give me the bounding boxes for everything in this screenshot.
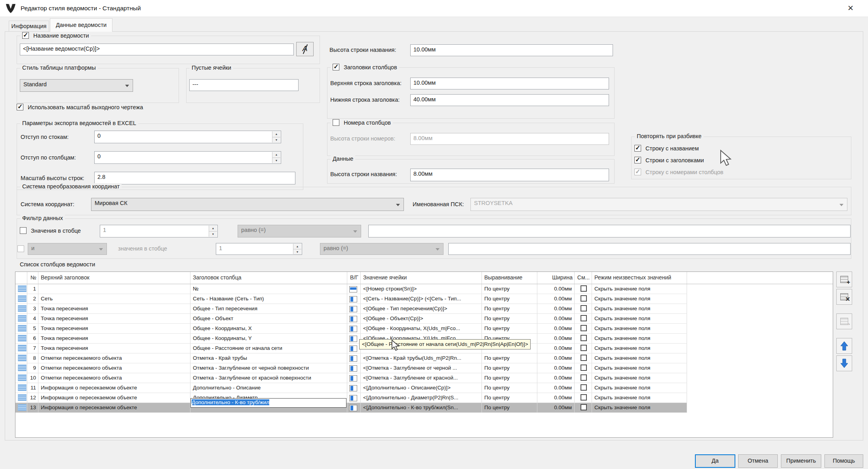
report-name-input[interactable]: <[Название ведомости(Ср)]>: [20, 44, 294, 55]
ok-button[interactable]: Да: [695, 454, 735, 468]
row-cell-orientation[interactable]: [347, 314, 361, 323]
column-header[interactable]: Ширина: [537, 272, 575, 284]
row-cell-upper-header[interactable]: Информация о пересекаемом объекте: [38, 383, 190, 393]
row-cell-upper-header[interactable]: Отметки пересекаемого объекта: [38, 353, 190, 363]
row-cell-unknown-mode[interactable]: Скрыть значение поля: [592, 304, 687, 313]
add-column-button[interactable]: +: [836, 272, 852, 287]
row-cell-value[interactable]: <[Отметка - Заглубление от черной ...: [361, 363, 482, 373]
filter-value-input[interactable]: [368, 225, 851, 237]
row-drag-handle-icon[interactable]: [18, 355, 27, 361]
table-row[interactable]: 3Точка пересеченияОбщее - Тип пересечени…: [15, 304, 687, 314]
tab-report-data[interactable]: Данные ведомости: [50, 18, 112, 32]
spinner-arrows-icon[interactable]: ▲▼: [272, 131, 280, 142]
row-cell-orientation[interactable]: [347, 334, 361, 343]
row-cell-drag[interactable]: [15, 403, 27, 412]
row-cell-see[interactable]: [575, 284, 592, 294]
see-checkbox[interactable]: [581, 345, 587, 351]
see-checkbox[interactable]: [581, 285, 587, 292]
row-cell-see[interactable]: [575, 383, 592, 393]
row-cell-see[interactable]: [575, 393, 592, 403]
row-cell-upper-header[interactable]: [38, 284, 190, 294]
column-settings-button[interactable]: ◔: [836, 313, 852, 329]
row-cell-drag[interactable]: [15, 334, 27, 343]
close-icon[interactable]: ✕: [842, 2, 859, 15]
row-height-scale-input[interactable]: 2.8: [94, 172, 295, 184]
row-cell-see[interactable]: [575, 294, 592, 304]
row-cell-orientation[interactable]: [347, 294, 361, 304]
help-button[interactable]: Помощь: [824, 454, 863, 468]
orientation-icon[interactable]: [349, 405, 357, 411]
row-cell-align[interactable]: По центру: [482, 324, 537, 333]
row-cell-orientation[interactable]: [347, 284, 361, 294]
column-header[interactable]: См...: [575, 272, 592, 284]
orientation-icon[interactable]: [349, 296, 357, 302]
filter-column-spinner[interactable]: 1 ▲▼: [100, 225, 218, 237]
row-cell-value[interactable]: <[Общее - Координаты, X(Uds_m|Fco...: [361, 324, 482, 333]
orientation-icon[interactable]: [349, 346, 357, 352]
table-row[interactable]: 8Отметки пересекаемого объектаОтметка - …: [15, 353, 687, 363]
row-cell-upper-header[interactable]: Точка пересечения: [38, 314, 190, 323]
row-cell-column-header[interactable]: Дополнительно - Описание: [190, 383, 347, 393]
tab-information[interactable]: Информация: [9, 21, 49, 32]
row-drag-handle-icon[interactable]: [18, 315, 27, 322]
table-row[interactable]: 11Информация о пересекаемом объектеДопол…: [15, 383, 687, 393]
row-cell-column-header[interactable]: Общее - Координаты, Y: [190, 334, 347, 343]
row-cell-unknown-mode[interactable]: Скрыть значение поля: [592, 344, 687, 353]
report-name-checkbox[interactable]: [22, 32, 29, 39]
row-cell-value[interactable]: <[Отметка - Край трубы(Uds_m|P2|Rn...: [361, 353, 482, 363]
coord-system-select[interactable]: Мировая СК: [91, 198, 404, 211]
orientation-icon[interactable]: [349, 385, 357, 391]
row-cell-width[interactable]: 0.00мм: [537, 383, 575, 393]
row-cell-unknown-mode[interactable]: Скрыть значение поля: [592, 363, 687, 373]
row-drag-handle-icon[interactable]: [18, 404, 27, 411]
row-cell-value[interactable]: <[Дополнительно - Описание(Ср)]>: [361, 383, 482, 393]
row-cell-value[interactable]: <[Дополнительно - Диаметр(P2|Rn|S...: [361, 393, 482, 403]
apply-button[interactable]: Применить: [781, 454, 821, 468]
row-cell-upper-header[interactable]: Точка пересечения: [38, 334, 190, 343]
orientation-icon[interactable]: [349, 326, 357, 332]
row-cell-drag[interactable]: [15, 324, 27, 333]
row-cell-drag[interactable]: [15, 363, 27, 373]
row-cell-column-header[interactable]: Отметка - Край трубы: [190, 353, 347, 363]
row-cell-upper-header[interactable]: Точка пересечения: [38, 304, 190, 313]
row-cell-unknown-mode[interactable]: Скрыть значение поля: [592, 324, 687, 333]
row-cell-see[interactable]: [575, 334, 592, 343]
row-drag-handle-icon[interactable]: [18, 305, 27, 312]
repeat-title-checkbox[interactable]: [634, 145, 641, 152]
data-row-height-input[interactable]: 8.00мм: [410, 169, 609, 181]
see-checkbox[interactable]: [581, 325, 587, 331]
row-cell-drag[interactable]: [15, 304, 27, 313]
orientation-icon[interactable]: [349, 365, 357, 372]
row-cell-value[interactable]: <[Общее - Объект(Ср)]>: [361, 314, 482, 323]
row-cell-see[interactable]: [575, 403, 592, 412]
row-cell-orientation[interactable]: [347, 363, 361, 373]
row-drag-handle-icon[interactable]: [18, 384, 27, 391]
row-cell-width[interactable]: 0.00мм: [537, 403, 575, 412]
table-row[interactable]: 1№<[Номер строки(Sn)]>По центру0.00ммСкр…: [15, 284, 687, 294]
row-cell-upper-header[interactable]: Точка пересечения: [38, 344, 190, 353]
row-cell-drag[interactable]: [15, 393, 27, 403]
column-header[interactable]: №: [27, 272, 38, 284]
orientation-icon[interactable]: [349, 375, 357, 382]
row-cell-value[interactable]: <[Дополнительно - К-во труб/жил(Sn...: [361, 403, 482, 412]
row-cell-drag[interactable]: [15, 294, 27, 304]
row-cell-see[interactable]: [575, 344, 592, 353]
row-cell-drag[interactable]: [15, 353, 27, 363]
table-row[interactable]: 10Отметки пересекаемого объектаОтметка -…: [15, 373, 687, 383]
row-drag-handle-icon[interactable]: [18, 394, 27, 401]
table-row[interactable]: 13Информация о пересекаемом объекте<[Доп…: [15, 403, 687, 413]
cancel-button[interactable]: Отмена: [738, 454, 778, 468]
row-cell-column-header[interactable]: Общее - Расстояние от начала сети: [190, 344, 347, 353]
column-headers-checkbox[interactable]: [333, 64, 339, 70]
row-cell-orientation[interactable]: [347, 353, 361, 363]
row-cell-width[interactable]: 0.00мм: [537, 353, 575, 363]
row-cell-align[interactable]: По центру: [482, 393, 537, 403]
see-checkbox[interactable]: [581, 404, 587, 410]
row-cell-column-header[interactable]: Общее - Тип пересечения: [190, 304, 347, 313]
row-drag-handle-icon[interactable]: [18, 325, 27, 332]
table-row[interactable]: 7Точка пересеченияОбщее - Расстояние от …: [15, 344, 687, 353]
empty-cells-input[interactable]: ---: [189, 79, 299, 91]
row-cell-align[interactable]: По центру: [482, 353, 537, 363]
column-header[interactable]: Заголовок столбца: [190, 272, 347, 284]
row-cell-width[interactable]: 0.00мм: [537, 284, 575, 294]
